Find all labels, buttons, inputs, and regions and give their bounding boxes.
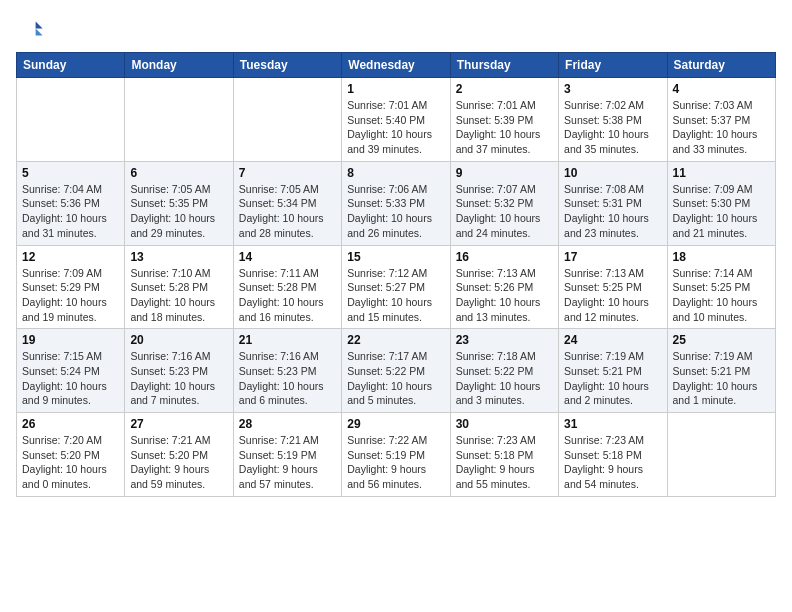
- day-detail: Sunrise: 7:05 AM Sunset: 5:34 PM Dayligh…: [239, 182, 336, 241]
- calendar-day-header: Tuesday: [233, 53, 341, 78]
- calendar-cell: 20Sunrise: 7:16 AM Sunset: 5:23 PM Dayli…: [125, 329, 233, 413]
- day-number: 9: [456, 166, 553, 180]
- day-number: 6: [130, 166, 227, 180]
- calendar-cell: 31Sunrise: 7:23 AM Sunset: 5:18 PM Dayli…: [559, 413, 667, 497]
- day-detail: Sunrise: 7:06 AM Sunset: 5:33 PM Dayligh…: [347, 182, 444, 241]
- calendar-day-header: Thursday: [450, 53, 558, 78]
- calendar-week-row: 12Sunrise: 7:09 AM Sunset: 5:29 PM Dayli…: [17, 245, 776, 329]
- day-detail: Sunrise: 7:14 AM Sunset: 5:25 PM Dayligh…: [673, 266, 770, 325]
- calendar-day-header: Wednesday: [342, 53, 450, 78]
- calendar-cell: [667, 413, 775, 497]
- day-detail: Sunrise: 7:17 AM Sunset: 5:22 PM Dayligh…: [347, 349, 444, 408]
- calendar-week-row: 1Sunrise: 7:01 AM Sunset: 5:40 PM Daylig…: [17, 78, 776, 162]
- day-detail: Sunrise: 7:01 AM Sunset: 5:39 PM Dayligh…: [456, 98, 553, 157]
- day-number: 18: [673, 250, 770, 264]
- calendar-cell: [17, 78, 125, 162]
- day-detail: Sunrise: 7:19 AM Sunset: 5:21 PM Dayligh…: [564, 349, 661, 408]
- calendar-cell: 25Sunrise: 7:19 AM Sunset: 5:21 PM Dayli…: [667, 329, 775, 413]
- day-number: 28: [239, 417, 336, 431]
- calendar-cell: 12Sunrise: 7:09 AM Sunset: 5:29 PM Dayli…: [17, 245, 125, 329]
- calendar-cell: 11Sunrise: 7:09 AM Sunset: 5:30 PM Dayli…: [667, 161, 775, 245]
- day-number: 23: [456, 333, 553, 347]
- day-detail: Sunrise: 7:19 AM Sunset: 5:21 PM Dayligh…: [673, 349, 770, 408]
- day-number: 22: [347, 333, 444, 347]
- day-number: 1: [347, 82, 444, 96]
- day-number: 2: [456, 82, 553, 96]
- day-detail: Sunrise: 7:02 AM Sunset: 5:38 PM Dayligh…: [564, 98, 661, 157]
- day-detail: Sunrise: 7:13 AM Sunset: 5:25 PM Dayligh…: [564, 266, 661, 325]
- svg-rect-0: [16, 16, 44, 44]
- calendar-cell: [125, 78, 233, 162]
- day-number: 5: [22, 166, 119, 180]
- day-detail: Sunrise: 7:23 AM Sunset: 5:18 PM Dayligh…: [456, 433, 553, 492]
- calendar-cell: 13Sunrise: 7:10 AM Sunset: 5:28 PM Dayli…: [125, 245, 233, 329]
- calendar-cell: 1Sunrise: 7:01 AM Sunset: 5:40 PM Daylig…: [342, 78, 450, 162]
- day-detail: Sunrise: 7:11 AM Sunset: 5:28 PM Dayligh…: [239, 266, 336, 325]
- day-detail: Sunrise: 7:04 AM Sunset: 5:36 PM Dayligh…: [22, 182, 119, 241]
- day-detail: Sunrise: 7:22 AM Sunset: 5:19 PM Dayligh…: [347, 433, 444, 492]
- day-number: 29: [347, 417, 444, 431]
- day-number: 15: [347, 250, 444, 264]
- calendar-cell: 29Sunrise: 7:22 AM Sunset: 5:19 PM Dayli…: [342, 413, 450, 497]
- day-number: 12: [22, 250, 119, 264]
- day-number: 25: [673, 333, 770, 347]
- day-detail: Sunrise: 7:09 AM Sunset: 5:30 PM Dayligh…: [673, 182, 770, 241]
- day-detail: Sunrise: 7:07 AM Sunset: 5:32 PM Dayligh…: [456, 182, 553, 241]
- day-detail: Sunrise: 7:13 AM Sunset: 5:26 PM Dayligh…: [456, 266, 553, 325]
- day-detail: Sunrise: 7:12 AM Sunset: 5:27 PM Dayligh…: [347, 266, 444, 325]
- calendar-cell: 7Sunrise: 7:05 AM Sunset: 5:34 PM Daylig…: [233, 161, 341, 245]
- day-number: 26: [22, 417, 119, 431]
- calendar-cell: 18Sunrise: 7:14 AM Sunset: 5:25 PM Dayli…: [667, 245, 775, 329]
- day-number: 17: [564, 250, 661, 264]
- calendar-cell: 22Sunrise: 7:17 AM Sunset: 5:22 PM Dayli…: [342, 329, 450, 413]
- calendar-cell: 9Sunrise: 7:07 AM Sunset: 5:32 PM Daylig…: [450, 161, 558, 245]
- calendar-cell: 14Sunrise: 7:11 AM Sunset: 5:28 PM Dayli…: [233, 245, 341, 329]
- calendar-cell: 16Sunrise: 7:13 AM Sunset: 5:26 PM Dayli…: [450, 245, 558, 329]
- calendar-cell: 17Sunrise: 7:13 AM Sunset: 5:25 PM Dayli…: [559, 245, 667, 329]
- calendar-table: SundayMondayTuesdayWednesdayThursdayFrid…: [16, 52, 776, 497]
- calendar-day-header: Sunday: [17, 53, 125, 78]
- day-number: 10: [564, 166, 661, 180]
- calendar-week-row: 26Sunrise: 7:20 AM Sunset: 5:20 PM Dayli…: [17, 413, 776, 497]
- calendar-cell: 15Sunrise: 7:12 AM Sunset: 5:27 PM Dayli…: [342, 245, 450, 329]
- day-number: 16: [456, 250, 553, 264]
- calendar-cell: 30Sunrise: 7:23 AM Sunset: 5:18 PM Dayli…: [450, 413, 558, 497]
- calendar-cell: 23Sunrise: 7:18 AM Sunset: 5:22 PM Dayli…: [450, 329, 558, 413]
- day-number: 21: [239, 333, 336, 347]
- calendar-cell: 27Sunrise: 7:21 AM Sunset: 5:20 PM Dayli…: [125, 413, 233, 497]
- day-number: 3: [564, 82, 661, 96]
- day-number: 30: [456, 417, 553, 431]
- day-number: 27: [130, 417, 227, 431]
- calendar-cell: 10Sunrise: 7:08 AM Sunset: 5:31 PM Dayli…: [559, 161, 667, 245]
- day-detail: Sunrise: 7:21 AM Sunset: 5:20 PM Dayligh…: [130, 433, 227, 492]
- day-number: 19: [22, 333, 119, 347]
- day-number: 14: [239, 250, 336, 264]
- day-number: 13: [130, 250, 227, 264]
- calendar-cell: 24Sunrise: 7:19 AM Sunset: 5:21 PM Dayli…: [559, 329, 667, 413]
- day-detail: Sunrise: 7:10 AM Sunset: 5:28 PM Dayligh…: [130, 266, 227, 325]
- calendar-day-header: Monday: [125, 53, 233, 78]
- calendar-cell: 26Sunrise: 7:20 AM Sunset: 5:20 PM Dayli…: [17, 413, 125, 497]
- day-number: 4: [673, 82, 770, 96]
- day-detail: Sunrise: 7:21 AM Sunset: 5:19 PM Dayligh…: [239, 433, 336, 492]
- calendar-header-row: SundayMondayTuesdayWednesdayThursdayFrid…: [17, 53, 776, 78]
- day-number: 11: [673, 166, 770, 180]
- day-detail: Sunrise: 7:09 AM Sunset: 5:29 PM Dayligh…: [22, 266, 119, 325]
- day-detail: Sunrise: 7:15 AM Sunset: 5:24 PM Dayligh…: [22, 349, 119, 408]
- header: [16, 16, 776, 44]
- day-number: 7: [239, 166, 336, 180]
- calendar-cell: 6Sunrise: 7:05 AM Sunset: 5:35 PM Daylig…: [125, 161, 233, 245]
- calendar-week-row: 5Sunrise: 7:04 AM Sunset: 5:36 PM Daylig…: [17, 161, 776, 245]
- day-number: 31: [564, 417, 661, 431]
- day-detail: Sunrise: 7:03 AM Sunset: 5:37 PM Dayligh…: [673, 98, 770, 157]
- logo: [16, 16, 48, 44]
- day-detail: Sunrise: 7:05 AM Sunset: 5:35 PM Dayligh…: [130, 182, 227, 241]
- day-detail: Sunrise: 7:20 AM Sunset: 5:20 PM Dayligh…: [22, 433, 119, 492]
- calendar-cell: 2Sunrise: 7:01 AM Sunset: 5:39 PM Daylig…: [450, 78, 558, 162]
- day-number: 20: [130, 333, 227, 347]
- day-detail: Sunrise: 7:23 AM Sunset: 5:18 PM Dayligh…: [564, 433, 661, 492]
- calendar-cell: 4Sunrise: 7:03 AM Sunset: 5:37 PM Daylig…: [667, 78, 775, 162]
- day-number: 24: [564, 333, 661, 347]
- day-number: 8: [347, 166, 444, 180]
- calendar-day-header: Friday: [559, 53, 667, 78]
